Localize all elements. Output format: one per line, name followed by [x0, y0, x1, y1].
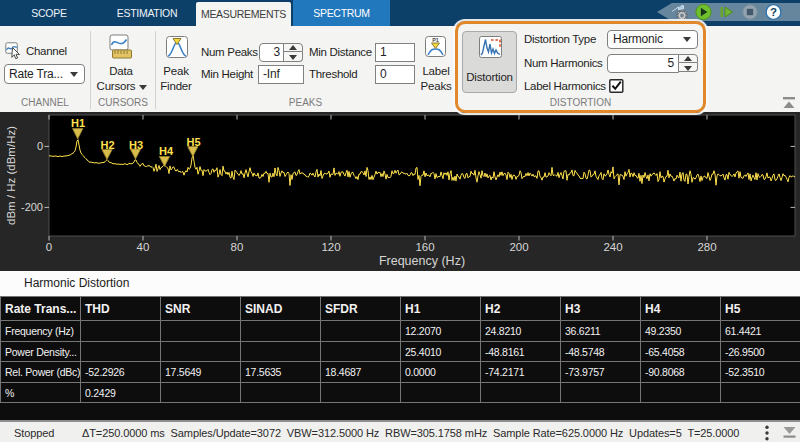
svg-text:280: 280 — [697, 241, 716, 253]
svg-text:40: 40 — [137, 241, 150, 253]
svg-text:H1: H1 — [71, 117, 85, 129]
svg-text:-200: -200 — [21, 201, 43, 213]
svg-text:P1: P1 — [432, 37, 439, 43]
svg-text:H5: H5 — [187, 136, 201, 148]
svg-text:80: 80 — [231, 241, 244, 253]
svg-text:dBm / Hz (dBm/Hz): dBm / Hz (dBm/Hz) — [5, 126, 17, 225]
svg-text:?: ? — [770, 6, 777, 18]
svg-text:0: 0 — [46, 241, 52, 253]
svg-text:H4: H4 — [159, 145, 174, 157]
svg-text:120: 120 — [321, 241, 340, 253]
svg-text:160: 160 — [415, 241, 434, 253]
svg-text:Frequency (Hz): Frequency (Hz) — [379, 254, 465, 268]
svg-text:0: 0 — [37, 140, 43, 152]
svg-text:H2: H2 — [100, 139, 114, 151]
svg-text:H3: H3 — [129, 139, 143, 151]
svg-text:200: 200 — [509, 241, 528, 253]
svg-text:240: 240 — [603, 241, 622, 253]
